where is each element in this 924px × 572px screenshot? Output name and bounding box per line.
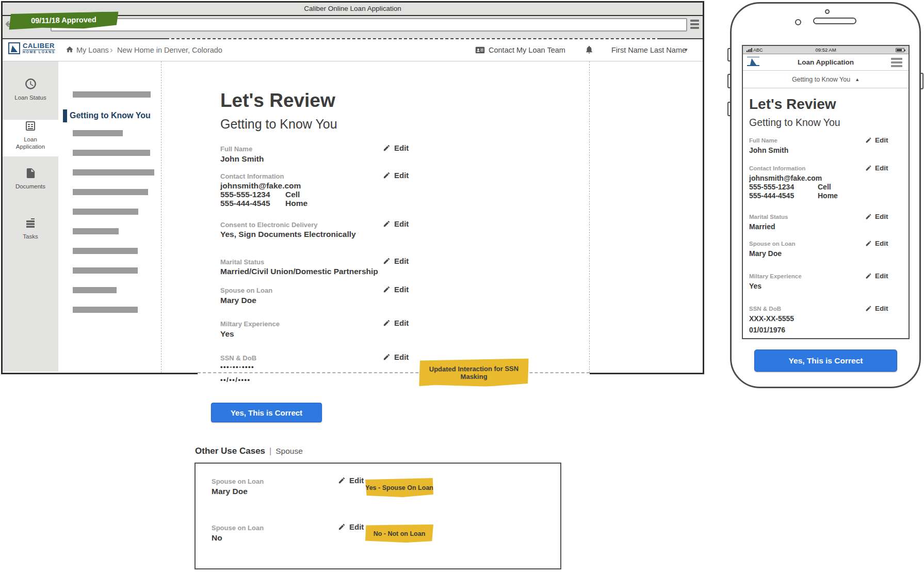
browser-menu-icon[interactable] — [690, 20, 699, 30]
field-value-dob: 01/01/1976 — [749, 326, 785, 334]
subnav-item-label: Getting to Know You — [70, 109, 151, 120]
sidebar-item-documents[interactable]: Documents — [3, 167, 58, 208]
sidebar-item-tasks[interactable]: Tasks — [3, 217, 58, 257]
phone-section-subtitle: Getting to Know You — [749, 117, 840, 129]
edit-spouse-button[interactable]: Edit — [383, 285, 409, 294]
phone-page-title: Let's Review — [749, 96, 836, 113]
phone-statusbar: ABC 09:52 AM — [743, 46, 909, 54]
section-subtitle: Getting to Know You — [220, 117, 337, 132]
edit-military-button[interactable]: Edit — [383, 319, 409, 327]
nav-placeholder-bar — [73, 287, 117, 293]
field-value: Yes — [749, 282, 761, 290]
pencil-icon — [865, 137, 872, 144]
field-value-phone: 555-555-1234Cell — [749, 183, 831, 191]
edit-military-button[interactable]: Edit — [865, 272, 888, 280]
pencil-icon — [383, 220, 391, 228]
edit-full-name-button[interactable]: Edit — [865, 136, 888, 144]
phone-confirm-button[interactable]: Yes, This is Correct — [754, 349, 897, 372]
battery-icon — [896, 48, 904, 52]
phone-app-header: Loan Application — [743, 54, 909, 71]
pencil-icon — [383, 171, 391, 179]
pencil-icon — [338, 523, 346, 531]
edit-ssn-button[interactable]: Edit — [865, 305, 888, 312]
loan-application-form-icon — [24, 120, 37, 132]
subnav-item-getting-to-know-you[interactable]: Getting to Know You — [63, 109, 151, 122]
edit-spouse-yes-button[interactable]: Edit — [338, 476, 364, 485]
edit-consent-button[interactable]: Edit — [383, 219, 409, 228]
confirm-button[interactable]: Yes, This is Correct — [211, 403, 322, 422]
caliber-logo: CALIBER HOME LOANS — [8, 42, 55, 54]
edit-marital-button[interactable]: Edit — [865, 213, 888, 220]
sidebar-item-label: Documents — [15, 183, 45, 190]
edit-marital-button[interactable]: Edit — [383, 257, 409, 265]
sidebar-item-label: Loan Application — [11, 136, 50, 150]
field-value-masked-ssn: •••-••-•••• — [220, 363, 254, 371]
nav-placeholder-bar — [73, 130, 123, 136]
field-value: No — [212, 533, 222, 543]
field-value-phone: 555-555-1234Cell — [220, 190, 300, 199]
other-use-cases-heading: Other Use Cases | Spouse — [195, 446, 303, 456]
nav-placeholder-bar — [73, 91, 151, 98]
edit-full-name-button[interactable]: Edit — [383, 144, 409, 152]
nav-placeholder-bar — [73, 267, 138, 274]
section-selector-label: Getting to Know You — [792, 76, 850, 83]
breadcrumb-current: New Home in Denver, Colorado — [117, 46, 222, 54]
sidebar-item-loan-application[interactable]: Loan Application — [3, 120, 58, 156]
field-label: Spouse on Loan — [212, 524, 264, 532]
field-label: SSN & DoB — [220, 354, 256, 362]
edit-spouse-no-button[interactable]: Edit — [338, 522, 364, 531]
contact-card-icon — [475, 46, 485, 54]
field-label: Consent to Electronic Delivery — [220, 221, 318, 229]
nav-placeholder-bar — [73, 209, 138, 215]
window-title: Caliber Online Loan Application — [304, 5, 401, 12]
field-label: Miltary Experience — [220, 320, 280, 328]
clock-icon — [24, 77, 37, 90]
nav-placeholder-bar — [73, 228, 119, 234]
chevron-up-icon: ▲ — [855, 77, 860, 82]
field-label: Contact Information — [220, 172, 284, 180]
user-menu[interactable]: First Name Last Name — [611, 46, 686, 54]
sidebar-item-label: Tasks — [23, 233, 38, 240]
contact-loan-team-link[interactable]: Contact My Loan Team — [489, 46, 565, 54]
use-case-tag-not-on-loan: No - Not on Loan — [365, 525, 433, 543]
page-title: Let's Review — [220, 90, 335, 112]
pencil-icon — [865, 273, 872, 279]
field-label: Spouse on Loan — [220, 287, 272, 294]
document-icon — [25, 167, 37, 179]
pencil-icon — [383, 257, 391, 265]
edit-contact-button[interactable]: Edit — [383, 171, 409, 180]
pencil-icon — [865, 165, 872, 171]
heading-divider: | — [269, 447, 271, 456]
pencil-icon — [865, 240, 872, 247]
phone-section-selector[interactable]: Getting to Know You ▲ — [743, 71, 909, 88]
field-value: Mary Doe — [212, 487, 248, 496]
sidebar-item-label: Loan Status — [14, 94, 46, 101]
pencil-icon — [383, 285, 391, 293]
pencil-icon — [383, 319, 391, 327]
phone-front-camera-icon — [795, 19, 801, 25]
breadcrumb-my-loans[interactable]: My Loans — [76, 46, 109, 54]
field-value: Married/Civil Union/Domestic Partnership — [220, 267, 378, 276]
active-marker — [63, 109, 67, 122]
pencil-icon — [383, 144, 391, 152]
field-label: Spouse on Loan — [749, 241, 795, 247]
viewport-fold-bottom — [198, 372, 590, 376]
hamburger-menu-icon[interactable] — [891, 58, 902, 69]
nav-placeholder-bar — [73, 307, 138, 313]
nav-placeholder-bar — [73, 189, 148, 195]
field-label: Full Name — [220, 145, 252, 153]
field-value-phone: 555-444-4545Home — [220, 199, 307, 208]
edit-contact-button[interactable]: Edit — [865, 164, 888, 172]
edit-spouse-button[interactable]: Edit — [865, 240, 888, 247]
field-label: Spouse on Loan — [212, 478, 264, 485]
phone-speaker — [813, 18, 856, 24]
notifications-bell-icon[interactable] — [585, 45, 594, 54]
breadcrumb-separator: › — [110, 45, 113, 55]
nav-placeholder-bar — [73, 169, 154, 176]
address-bar[interactable] — [51, 18, 687, 31]
home-icon[interactable] — [66, 45, 74, 54]
edit-ssn-button[interactable]: Edit — [383, 353, 409, 361]
field-value-masked-dob: ••/••/•••• — [220, 376, 251, 384]
sidebar-item-loan-status[interactable]: Loan Status — [3, 77, 58, 118]
pencil-icon — [865, 305, 872, 312]
